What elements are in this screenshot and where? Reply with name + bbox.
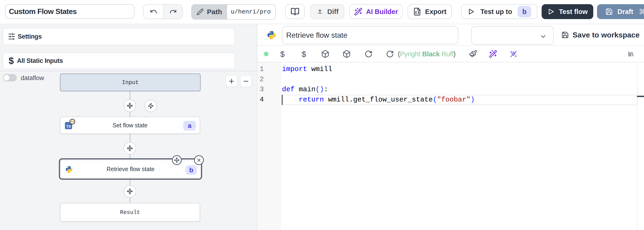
svg-text:TS: TS (66, 124, 71, 128)
